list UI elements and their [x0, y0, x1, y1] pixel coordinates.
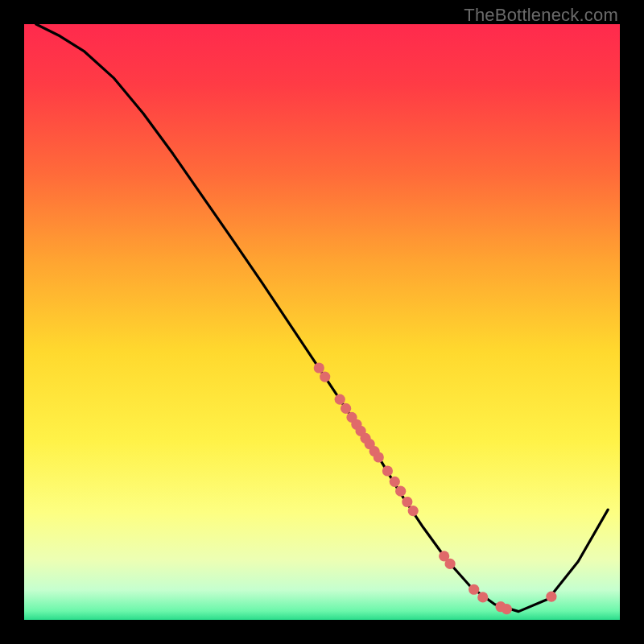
- highlight-point: [402, 497, 412, 507]
- highlight-point: [546, 592, 556, 602]
- highlight-point: [335, 394, 345, 405]
- highlight-point: [374, 452, 384, 462]
- highlight-point: [445, 559, 456, 569]
- highlight-point: [469, 584, 479, 595]
- highlight-point: [390, 477, 400, 487]
- watermark-text: TheBottleneck.com: [464, 5, 618, 26]
- highlight-point: [314, 362, 324, 373]
- bottleneck-chart: [24, 24, 620, 620]
- highlight-point: [341, 403, 351, 414]
- gradient-background: [24, 24, 620, 620]
- highlight-point: [320, 371, 330, 382]
- highlight-point: [502, 604, 512, 614]
- highlight-point: [395, 486, 406, 497]
- highlight-point: [477, 592, 488, 602]
- highlight-point: [408, 506, 419, 516]
- highlight-point: [382, 465, 393, 476]
- chart-frame: [24, 24, 620, 620]
